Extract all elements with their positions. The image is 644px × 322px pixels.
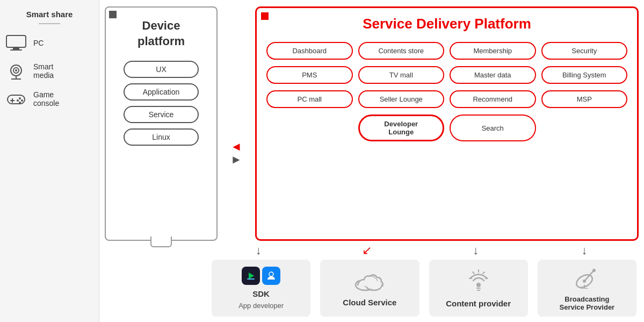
bottom-cards-row: SDK App developer [105, 260, 639, 317]
bottom-card-cloud: Cloud Service [320, 260, 419, 317]
sdp-pill-search[interactable]: Search [450, 115, 536, 141]
device-platform-items: UX Application Service Linux [111, 61, 211, 146]
svg-point-5 [15, 69, 17, 71]
sdp-pill-membership[interactable]: Membership [450, 42, 536, 60]
sdp-pill-seller-lounge[interactable]: Seller Lounge [358, 90, 445, 108]
sidebar-label-pc: PC [33, 39, 44, 47]
svg-point-14 [19, 102, 21, 104]
content-provider-icon [465, 269, 492, 296]
sidebar: Smart share PC Smart media [0, 0, 99, 322]
sdp-pill-billing[interactable]: Billing System [541, 66, 628, 84]
arrow-cloud-down: ↙ [313, 241, 421, 260]
sidebar-title: Smart share [26, 10, 73, 19]
svg-point-17 [269, 272, 273, 276]
broadcast-icon [574, 265, 600, 292]
svg-point-13 [17, 99, 19, 102]
svg-line-33 [584, 273, 592, 281]
dp-pill-linux[interactable]: Linux [124, 128, 199, 146]
sdp-title: Service Delivery Platform [266, 16, 627, 32]
arrow-left-icon: ◄ [230, 141, 242, 153]
sdp-corner [261, 12, 269, 20]
svg-point-36 [583, 280, 586, 283]
sidebar-label-console: console [33, 99, 59, 108]
bottom-arrows-row: ↓ ↙ ↓ ↓ [105, 241, 639, 260]
sidebar-label-media: media [33, 71, 54, 80]
svg-marker-15 [249, 273, 254, 279]
bottom-card-sdk-subtitle: App developer [238, 302, 284, 310]
sidebar-item-pc[interactable]: PC [5, 34, 93, 52]
sdp-pill-tv-mall[interactable]: TV mall [358, 66, 445, 84]
sdp-pill-master-data[interactable]: Master data [450, 66, 536, 84]
sdk-icons [242, 267, 280, 285]
dp-pill-ux[interactable]: UX [124, 61, 199, 78]
sidebar-item-smart-media[interactable]: Smart media [5, 62, 93, 80]
bottom-card-broadcast: BroadcastingService Provider [538, 260, 636, 317]
sdp-pill-dashboard[interactable]: Dashboard [266, 42, 353, 60]
sdp-pill-developer-lounge[interactable]: DeveloperLounge [358, 115, 445, 141]
sdp-pill-recommend[interactable]: Recommend [450, 90, 536, 108]
bottom-cards-sidebar-space [105, 260, 204, 317]
sdp-pill-pc-mall[interactable]: PC mall [266, 90, 353, 108]
svg-rect-2 [10, 49, 22, 51]
sdp-pill-msp[interactable]: MSP [541, 90, 628, 108]
bottom-card-cloud-title: Cloud Service [343, 298, 396, 307]
arrow-right-icon: ► [230, 154, 242, 166]
gamepad-icon [5, 90, 27, 108]
smart-media-icon [5, 62, 27, 80]
svg-rect-0 [6, 35, 26, 47]
bottom-cards-main: SDK App developer [209, 260, 639, 317]
pc-icon [5, 34, 27, 52]
dp-pill-application[interactable]: Application [124, 83, 199, 101]
arrow-content-down: ↓ [422, 241, 530, 260]
sdp-pill-contents-store[interactable]: Contents store [358, 42, 445, 60]
sdp-box: Service Delivery Platform Dashboard Cont… [255, 6, 639, 241]
sdp-pill-pms[interactable]: PMS [266, 66, 353, 84]
bottom-card-content: Content provider [429, 260, 528, 317]
svg-point-23 [366, 281, 381, 289]
device-platform-box: Deviceplatform UX Application Service Li… [105, 6, 218, 241]
svg-rect-16 [247, 278, 255, 280]
sdp-pills-grid: Dashboard Contents store Membership Secu… [266, 42, 627, 230]
svg-rect-1 [13, 47, 19, 49]
sidebar-label-smart: Smart [33, 62, 54, 71]
device-platform-title: Deviceplatform [138, 18, 185, 49]
svg-point-11 [19, 97, 21, 99]
arrow-broadcast-down: ↓ [530, 241, 639, 260]
svg-point-35 [592, 269, 596, 272]
sdk-icon-play [242, 267, 260, 285]
bottom-card-content-title: Content provider [446, 299, 511, 308]
main-content: Deviceplatform UX Application Service Li… [99, 0, 644, 322]
cloud-icon [354, 270, 385, 295]
dp-pill-service[interactable]: Service [124, 106, 199, 123]
sidebar-divider [39, 23, 60, 24]
bottom-card-sdk-title: SDK [252, 289, 270, 298]
svg-rect-8 [8, 95, 25, 104]
svg-point-12 [21, 99, 23, 102]
sdp-pill-security[interactable]: Security [541, 42, 628, 60]
bottom-card-broadcast-title: BroadcastingService Provider [560, 295, 615, 311]
top-section: Deviceplatform UX Application Service Li… [99, 0, 644, 241]
sdk-icon-apple [262, 267, 280, 285]
svg-point-24 [476, 283, 481, 287]
device-platform-notch [150, 237, 172, 247]
bottom-wrapper: ↓ ↙ ↓ ↓ [99, 241, 644, 322]
sidebar-item-game-console[interactable]: Game console [5, 90, 93, 108]
sidebar-label-game: Game [33, 90, 59, 99]
bottom-arrows-main: ↓ ↙ ↓ ↓ [204, 241, 639, 260]
bottom-card-sdk: SDK App developer [212, 260, 310, 317]
arrow-sdk-down: ↓ [204, 241, 313, 260]
bidirectional-arrow: ◄ ► [223, 6, 250, 241]
svg-line-28 [473, 272, 474, 274]
device-platform-corner [109, 11, 117, 18]
svg-line-26 [483, 272, 484, 274]
